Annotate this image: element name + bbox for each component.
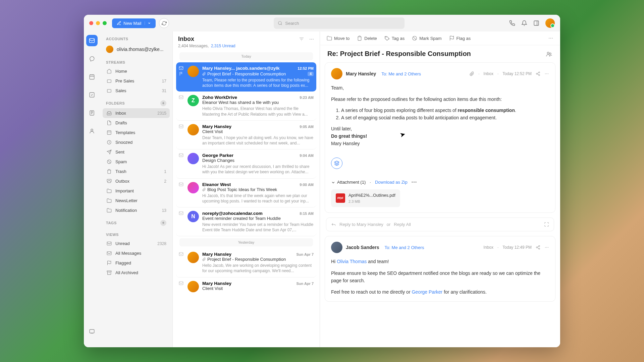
message-item[interactable]: Z Zoho WorkDrive9:23 AM Eleanor West has… [176, 92, 316, 120]
user-avatar[interactable] [545, 18, 555, 28]
new-mail-button[interactable]: New Mail [112, 18, 156, 28]
delete-button[interactable]: Delete [357, 36, 377, 41]
sidebar-item-home[interactable]: Home [103, 66, 170, 76]
chevron-down-icon[interactable] [145, 21, 151, 25]
mention-link[interactable]: George Parker [412, 289, 442, 295]
sidebar-item-allmessages[interactable]: All Messages [103, 248, 170, 258]
archive-icon [106, 270, 112, 275]
message-preview: Team, Please refer to the proposed outli… [202, 77, 314, 88]
rail-chat-icon[interactable] [86, 53, 98, 64]
message-subject: Project Brief - Responsible Consumption [202, 257, 314, 262]
filter-icon[interactable] [299, 37, 304, 42]
more-icon[interactable] [544, 71, 549, 76]
tags-header: TAGS+ [103, 218, 170, 228]
sidebar-item-newsletter[interactable]: NewsLetter [103, 196, 170, 205]
bell-icon[interactable] [521, 20, 527, 26]
reply-all-link[interactable]: Reply All [394, 222, 411, 227]
more-icon[interactable] [309, 37, 314, 42]
add-folder-button[interactable]: + [160, 100, 166, 106]
spam-button[interactable]: Mark Spam [412, 36, 441, 41]
sidebar-item-inbox[interactable]: Inbox2315 [103, 108, 170, 118]
message-item[interactable]: Mary Hansley9:05 AM Client Visit Dear Te… [176, 121, 316, 149]
panel-icon[interactable] [533, 20, 539, 26]
message-sender: Mary Hansley [202, 252, 231, 257]
message-item[interactable]: Mary HansleySun Apr 7 Project Brief - Re… [176, 248, 316, 277]
reply-bar[interactable]: Reply to Mary Hansley or Reply All [326, 218, 554, 231]
maximize-window-button[interactable] [103, 21, 107, 25]
sidebar-item-drafts[interactable]: Drafts [103, 118, 170, 128]
rail-feedback-icon[interactable] [86, 326, 98, 337]
thread-messages[interactable]: Mary Hansley To: Me and 2 Others · Inbox… [320, 62, 560, 347]
sidebar-item-trash[interactable]: Trash1 [103, 167, 170, 176]
recipients[interactable]: To: Me and 2 Others [381, 71, 421, 76]
more-icon[interactable] [544, 245, 549, 250]
attachment-icon[interactable] [470, 71, 474, 76]
email-time: Today 12:52 PM [502, 71, 532, 76]
rail-contacts-icon[interactable] [86, 125, 98, 137]
message-scroll[interactable]: Today Mary Hansley... jacob.sanders@zylk… [173, 50, 320, 347]
flag-icon[interactable] [179, 72, 183, 76]
folder-icon [327, 36, 332, 41]
rail-tasks-icon[interactable] [86, 89, 98, 101]
sidebar-item-presales[interactable]: Pre Sales17 [103, 76, 170, 86]
sidebar-item-outbox[interactable]: Outbox2 [103, 176, 170, 186]
mention-link[interactable]: Olivia Thomas [337, 259, 367, 264]
tag-button[interactable]: Tag as [384, 36, 405, 41]
share-icon[interactable] [536, 245, 540, 250]
sidebar-item-sales[interactable]: Sales31 [103, 86, 170, 96]
svg-point-32 [547, 52, 549, 54]
sidebar-item-archived[interactable]: All Archived [103, 268, 170, 278]
mail-icon [179, 182, 183, 187]
search-input[interactable]: Search [274, 17, 405, 29]
message-item[interactable]: George Parker9:04 AM Design Changes Hi J… [176, 149, 316, 178]
sidebar-item-templates[interactable]: Templates [103, 128, 170, 137]
sidebar-item-sent[interactable]: Sent [103, 147, 170, 157]
message-item[interactable]: Mary Hansley... jacob.sanders@zylk12:52 … [176, 62, 316, 92]
svg-point-27 [386, 37, 386, 37]
rail-notes-icon[interactable] [86, 107, 98, 119]
date-header-today: Today [179, 52, 313, 60]
sidebar-item-unread[interactable]: Unread2328 [103, 239, 170, 248]
reading-toolbar: Move to Delete Tag as Mark Spam Flag as [320, 32, 560, 45]
refresh-button[interactable] [159, 18, 169, 28]
flag-button[interactable]: Flag as [449, 36, 471, 41]
rail-mail-icon[interactable] [86, 35, 98, 46]
rail-calendar-icon[interactable] [86, 71, 98, 82]
people-icon[interactable] [545, 50, 553, 58]
add-tag-button[interactable]: + [160, 220, 166, 226]
share-icon[interactable] [536, 71, 540, 76]
more-icon[interactable] [548, 36, 553, 41]
download-zip-link[interactable]: Download as Zip [375, 179, 408, 186]
flag-icon [106, 260, 112, 265]
sender-avatar: N [187, 211, 199, 222]
sidebar-item-spam[interactable]: Spam [103, 157, 170, 167]
account-item[interactable]: olivia.thomas@zylke... [103, 43, 170, 56]
svg-point-29 [549, 38, 549, 39]
close-window-button[interactable] [89, 21, 93, 25]
sidebar-item-notification[interactable]: Notification13 [103, 205, 170, 215]
sidebar-item-snoozed[interactable]: Snoozed [103, 137, 170, 147]
email-card: Jacob Sanders To: Me and 2 Others Inbox … [325, 236, 555, 302]
mail-icon [179, 95, 183, 100]
sidebar-item-important[interactable]: Important [103, 186, 170, 196]
reply-icon [331, 222, 336, 227]
attachment-icon [202, 257, 206, 261]
mail-icon [179, 211, 183, 216]
message-item[interactable]: Mary HansleySun Apr 7 Client Visit [176, 278, 316, 296]
mail-icon [106, 241, 112, 246]
move-to-button[interactable]: Move to [327, 36, 350, 41]
message-sender: Mary Hansley [202, 124, 231, 129]
smart-assist-button[interactable] [331, 158, 342, 169]
svg-rect-26 [179, 282, 183, 285]
expand-icon[interactable] [544, 222, 549, 227]
svg-point-33 [549, 53, 551, 54]
attachment-chip[interactable]: PDF April%E2%...Outlines.pdf 2.3 MB [331, 189, 400, 207]
minimize-window-button[interactable] [96, 21, 100, 25]
message-item[interactable]: Eleanor West9:00 AM Blog Post Topic Idea… [176, 179, 316, 207]
message-item[interactable]: N noreply@zohocalendar.com8:15 AM Event … [176, 207, 316, 236]
phone-icon[interactable] [509, 20, 515, 26]
recipients[interactable]: To: Me and 2 Others [385, 245, 424, 250]
attachment-more-icon[interactable]: ••• [412, 179, 417, 186]
pdf-icon: PDF [336, 193, 345, 203]
sidebar-item-flagged[interactable]: Flagged [103, 258, 170, 268]
